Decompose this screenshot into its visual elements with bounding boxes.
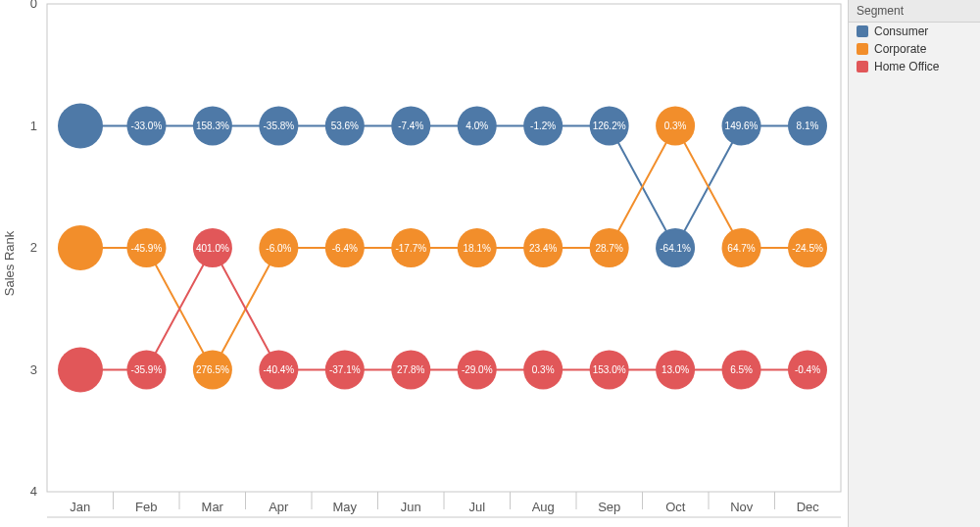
data-label: 0.3% bbox=[664, 120, 687, 131]
x-tick-label: Aug bbox=[532, 500, 555, 514]
data-label: 149.6% bbox=[725, 120, 759, 131]
data-label: 18.1% bbox=[464, 243, 491, 254]
data-label: -64.1% bbox=[660, 243, 691, 254]
x-tick-label: Jul bbox=[468, 500, 485, 514]
x-tick-label: Jan bbox=[70, 500, 90, 514]
data-marker[interactable] bbox=[58, 225, 103, 270]
data-label: -6.0% bbox=[266, 243, 291, 254]
legend-label: Consumer bbox=[874, 24, 928, 38]
x-tick-label: May bbox=[332, 500, 357, 514]
data-label: 4.0% bbox=[466, 120, 488, 131]
y-tick-label: 1 bbox=[30, 119, 37, 133]
swatch-icon bbox=[857, 25, 868, 37]
data-label: -6.4% bbox=[332, 243, 358, 254]
data-label: -40.4% bbox=[264, 364, 295, 375]
swatch-icon bbox=[857, 61, 868, 72]
data-label: 276.5% bbox=[196, 364, 229, 375]
legend-panel: Segment Consumer Corporate Home Office bbox=[848, 0, 980, 527]
data-label: -45.9% bbox=[131, 243, 163, 254]
data-label: -35.9% bbox=[131, 364, 163, 375]
x-tick-label: Feb bbox=[135, 500, 157, 514]
data-label: 8.1% bbox=[797, 120, 819, 131]
data-label: 153.0% bbox=[593, 364, 626, 375]
chart-container: Segment Consumer Corporate Home Office 0… bbox=[0, 0, 980, 527]
y-axis-title: Sales Rank bbox=[2, 230, 17, 296]
swatch-icon bbox=[857, 43, 868, 55]
data-label: 53.6% bbox=[331, 120, 359, 131]
data-label: -17.7% bbox=[395, 243, 426, 254]
legend-item-home-office[interactable]: Home Office bbox=[849, 58, 980, 75]
data-label: -1.2% bbox=[530, 120, 556, 131]
data-label: 0.3% bbox=[532, 364, 555, 375]
legend-title: Segment bbox=[849, 0, 980, 23]
legend-label: Corporate bbox=[874, 42, 926, 56]
data-label: 13.0% bbox=[662, 364, 689, 375]
data-label: -33.0% bbox=[131, 120, 163, 131]
x-tick-label: Dec bbox=[797, 500, 820, 514]
data-label: 23.4% bbox=[529, 243, 557, 254]
data-label: -7.4% bbox=[398, 120, 423, 131]
y-tick-label: 4 bbox=[30, 484, 37, 499]
data-label: 6.5% bbox=[730, 364, 753, 375]
data-label: 401.0% bbox=[196, 243, 229, 254]
y-tick-label: 0 bbox=[30, 0, 37, 11]
data-marker[interactable] bbox=[58, 104, 103, 149]
data-label: 126.2% bbox=[593, 120, 626, 131]
data-marker[interactable] bbox=[58, 348, 103, 393]
x-tick-label: Nov bbox=[730, 500, 754, 514]
x-tick-label: Oct bbox=[665, 500, 686, 514]
data-label: -35.8% bbox=[264, 120, 295, 131]
data-label: -24.5% bbox=[792, 243, 823, 254]
data-label: 27.8% bbox=[397, 364, 424, 375]
data-label: 28.7% bbox=[595, 243, 622, 254]
data-label: -0.4% bbox=[795, 364, 820, 375]
plot-area: 01234Sales RankJanFebMarAprMayJunJulAugS… bbox=[0, 0, 848, 527]
data-label: 64.7% bbox=[727, 243, 755, 254]
x-tick-label: Jun bbox=[401, 500, 421, 514]
x-tick-label: Mar bbox=[202, 500, 224, 514]
data-label: 158.3% bbox=[196, 120, 229, 131]
data-label: -37.1% bbox=[329, 364, 361, 375]
data-label: -29.0% bbox=[462, 364, 493, 375]
chart-svg: 01234Sales RankJanFebMarAprMayJunJulAugS… bbox=[0, 0, 848, 527]
legend-item-consumer[interactable]: Consumer bbox=[849, 23, 980, 40]
x-tick-label: Apr bbox=[269, 500, 289, 514]
y-tick-label: 2 bbox=[30, 240, 37, 255]
y-tick-label: 3 bbox=[30, 362, 37, 377]
legend-label: Home Office bbox=[874, 60, 939, 73]
legend-item-corporate[interactable]: Corporate bbox=[849, 40, 980, 58]
x-tick-label: Sep bbox=[598, 500, 620, 514]
